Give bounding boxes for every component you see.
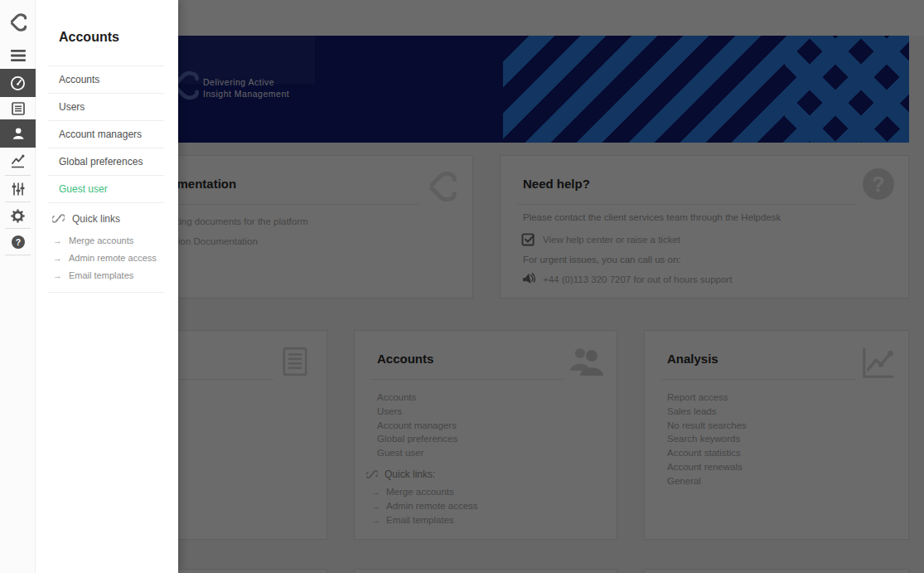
arrow-icon: → — [53, 253, 62, 263]
rail-divider — [5, 175, 31, 176]
quick-links-label: Quick links — [72, 213, 120, 225]
analysis-chart-icon[interactable] — [0, 150, 36, 172]
accounts-people-icon[interactable] — [0, 119, 36, 148]
quick-links-header: Quick links — [48, 209, 164, 231]
brand-logo-icon[interactable] — [0, 8, 36, 36]
flyout-item-global-preferences[interactable]: Global preferences — [48, 148, 164, 176]
quick-link-merge-accounts[interactable]: → Merge accounts — [48, 231, 164, 249]
accounts-flyout-menu: Accounts Accounts Users Account managers… — [36, 0, 178, 573]
dashboard-icon[interactable] — [0, 69, 36, 97]
content-icon[interactable] — [0, 99, 36, 119]
quick-link-email-templates[interactable]: → Email templates — [48, 266, 164, 284]
help-icon[interactable]: ? — [0, 231, 36, 253]
flyout-quick-links-section: Quick links → Merge accounts → Admin rem… — [48, 202, 164, 293]
icon-rail: ? — [0, 0, 36, 573]
flyout-item-account-managers[interactable]: Account managers — [48, 121, 164, 148]
settings-gear-icon[interactable] — [0, 205, 36, 226]
flyout-title: Accounts — [59, 30, 119, 45]
rail-divider — [5, 202, 31, 202]
filters-sliders-icon[interactable] — [0, 178, 36, 200]
arrow-icon: → — [53, 270, 62, 280]
app-window: Delivering Active Insight Management Doc… — [0, 0, 924, 573]
arrow-icon: → — [53, 236, 62, 245]
rail-divider — [5, 228, 31, 229]
quick-link-admin-remote-access[interactable]: → Admin remote access — [48, 249, 164, 266]
flyout-item-accounts[interactable]: Accounts — [48, 66, 164, 94]
flyout-item-users[interactable]: Users — [48, 94, 164, 121]
flyout-item-guest-user[interactable]: Guest user — [48, 176, 164, 203]
menu-icon[interactable] — [0, 46, 36, 65]
svg-text:?: ? — [15, 237, 20, 247]
chain-link-icon — [52, 212, 65, 225]
rail-divider — [5, 255, 31, 255]
flyout-item-list: Accounts Users Account managers Global p… — [48, 66, 164, 203]
